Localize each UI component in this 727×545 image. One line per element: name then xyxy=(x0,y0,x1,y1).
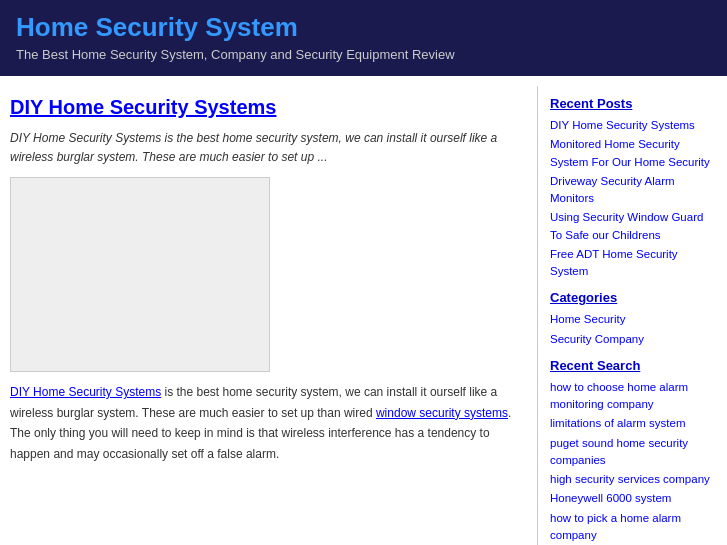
page-header: Home Security System The Best Home Secur… xyxy=(0,0,727,76)
sidebar: Recent Posts DIY Home Security SystemsMo… xyxy=(537,86,717,545)
categories-list: Home SecuritySecurity Company xyxy=(550,311,717,348)
recent-search-link[interactable]: puget sound home security companies xyxy=(550,435,717,470)
recent-post-link[interactable]: Free ADT Home Security System xyxy=(550,246,717,281)
recent-post-link[interactable]: Monitored Home Security System For Our H… xyxy=(550,136,717,171)
recent-search-link[interactable]: how to choose home alarm monitoring comp… xyxy=(550,379,717,414)
article-body: DIY Home Security Systems is the best ho… xyxy=(10,382,521,464)
recent-posts-section: Recent Posts DIY Home Security SystemsMo… xyxy=(550,96,717,280)
article-intro: DIY Home Security Systems is the best ho… xyxy=(10,129,521,167)
recent-search-section: Recent Search how to choose home alarm m… xyxy=(550,358,717,545)
recent-search-link[interactable]: how to pick a home alarm company xyxy=(550,510,717,545)
recent-posts-list: DIY Home Security SystemsMonitored Home … xyxy=(550,117,717,280)
site-title: Home Security System xyxy=(16,12,711,43)
recent-search-title: Recent Search xyxy=(550,358,717,373)
recent-search-link[interactable]: limitations of alarm system xyxy=(550,415,717,432)
recent-search-link[interactable]: Honeywell 6000 system xyxy=(550,490,717,507)
article-image xyxy=(10,177,270,372)
recent-posts-title: Recent Posts xyxy=(550,96,717,111)
content-wrapper: DIY Home Security Systems DIY Home Secur… xyxy=(0,76,727,545)
recent-post-link[interactable]: DIY Home Security Systems xyxy=(550,117,717,134)
recent-post-link[interactable]: Using Security Window Guard To Safe our … xyxy=(550,209,717,244)
recent-search-link[interactable]: high security services company xyxy=(550,471,717,488)
site-subtitle: The Best Home Security System, Company a… xyxy=(16,47,711,62)
category-link[interactable]: Security Company xyxy=(550,331,717,348)
categories-title: Categories xyxy=(550,290,717,305)
window-security-link[interactable]: window security systems xyxy=(376,406,508,420)
recent-search-list: how to choose home alarm monitoring comp… xyxy=(550,379,717,545)
article-title[interactable]: DIY Home Security Systems xyxy=(10,96,521,119)
categories-section: Categories Home SecuritySecurity Company xyxy=(550,290,717,348)
main-content: DIY Home Security Systems DIY Home Secur… xyxy=(10,86,537,545)
article-body-link-title[interactable]: DIY Home Security Systems xyxy=(10,385,161,399)
category-link[interactable]: Home Security xyxy=(550,311,717,328)
recent-post-link[interactable]: Driveway Security Alarm Monitors xyxy=(550,173,717,208)
article-title-link[interactable]: DIY Home Security Systems xyxy=(10,96,276,118)
